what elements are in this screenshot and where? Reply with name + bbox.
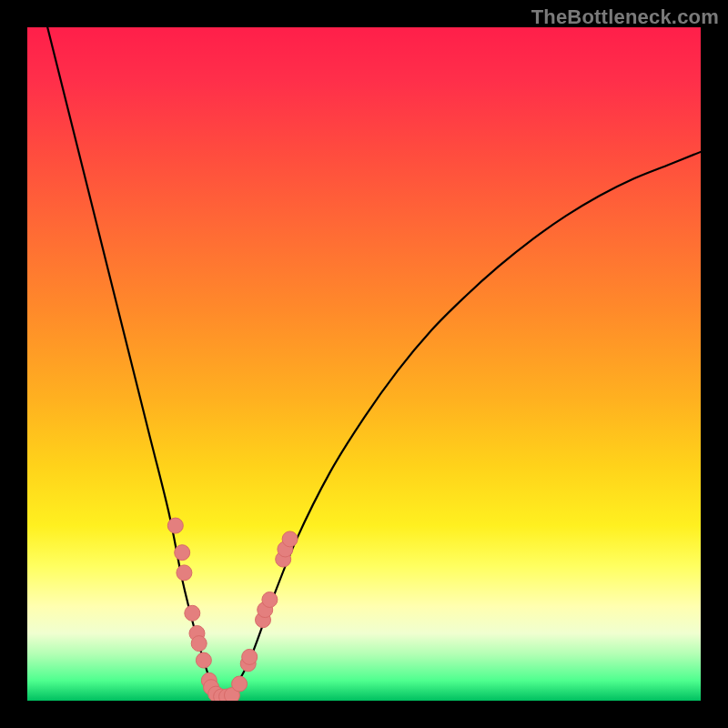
bottleneck-curve — [27, 27, 701, 697]
chart-frame: TheBottleneck.com — [0, 0, 728, 728]
curve-marker — [185, 605, 200, 621]
watermark-label: TheBottleneck.com — [531, 5, 719, 29]
curve-marker — [262, 592, 278, 608]
curve-layer — [27, 27, 701, 701]
curve-markers — [167, 518, 298, 701]
curve-marker — [282, 531, 298, 547]
curve-marker — [242, 649, 258, 664]
plot-area — [27, 27, 701, 701]
curve-marker — [191, 636, 207, 652]
curve-marker — [232, 676, 248, 692]
curve-marker — [167, 518, 183, 533]
curve-marker — [175, 545, 190, 561]
curve-marker — [177, 565, 192, 581]
curve-marker — [196, 652, 211, 668]
